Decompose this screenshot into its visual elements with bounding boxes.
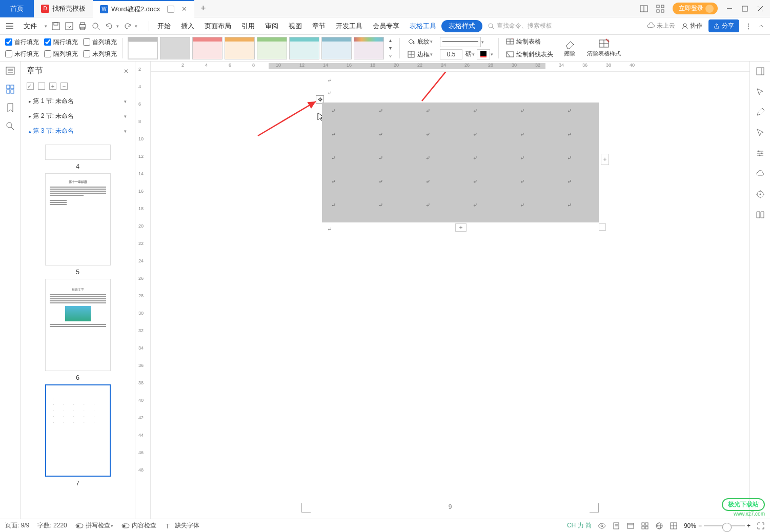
menu-layout[interactable]: 页面布局: [199, 17, 236, 35]
tab-document[interactable]: W Word教程2.docx ✕: [93, 0, 194, 17]
draw-table-button[interactable]: 绘制表格: [504, 36, 555, 47]
view-outline-icon[interactable]: [641, 522, 649, 530]
shading-button[interactable]: 底纹▾: [405, 36, 435, 47]
login-button[interactable]: 立即登录: [673, 3, 718, 14]
content-check-toggle[interactable]: 内容检查: [121, 521, 156, 530]
redo-icon[interactable]: [123, 22, 132, 31]
tab-close-icon[interactable]: ✕: [181, 5, 187, 13]
menu-member[interactable]: 会员专享: [368, 17, 404, 35]
menu-sections[interactable]: 章节: [307, 17, 331, 35]
table-style-5[interactable]: [257, 37, 287, 59]
pointer-icon[interactable]: [756, 128, 765, 137]
thumbnail-6[interactable]: 标题文字: [45, 279, 111, 371]
section-item-1[interactable]: ▸ 第 1 节: 未命名▾: [21, 94, 135, 109]
grid-icon[interactable]: [670, 522, 678, 530]
border-width-input[interactable]: 0.5: [440, 49, 462, 59]
cloud-status[interactable]: 未上云: [647, 22, 675, 30]
find-icon[interactable]: [5, 121, 15, 131]
check-first-col[interactable]: 首列填充: [83, 38, 117, 47]
nav-close-icon[interactable]: ✕: [124, 68, 129, 75]
zoom-control[interactable]: 90% − +: [684, 522, 751, 529]
outline-icon[interactable]: [5, 66, 15, 76]
check-first-row[interactable]: 首行填充: [5, 38, 39, 47]
tab-template[interactable]: D 找稻壳模板: [34, 0, 93, 17]
menu-table-style[interactable]: 表格样式: [441, 20, 482, 32]
share-button[interactable]: 分享: [708, 19, 739, 32]
read-icon[interactable]: [756, 210, 765, 219]
check-banded-col[interactable]: 隔列填充: [44, 50, 78, 58]
table-style-2[interactable]: [160, 37, 190, 59]
thumbnail-5[interactable]: 第十一章标题: [45, 173, 111, 265]
section-item-2[interactable]: ▸ 第 2 节: 未命名▾: [21, 109, 135, 124]
section-item-3[interactable]: ▴ 第 3 节: 未命名▾: [21, 124, 135, 138]
border-line-style[interactable]: ▾: [440, 37, 493, 47]
menu-references[interactable]: 引用: [236, 17, 260, 35]
minimize-icon[interactable]: [726, 5, 733, 12]
tab-home[interactable]: 首页: [0, 0, 34, 17]
print-icon[interactable]: [78, 22, 87, 31]
spellcheck-toggle[interactable]: 拼写检查▾: [75, 521, 113, 530]
view-web-icon[interactable]: [626, 522, 635, 530]
ime-indicator[interactable]: CH 力 简: [567, 521, 592, 530]
menu-start[interactable]: 开始: [152, 17, 176, 35]
table-add-row[interactable]: +: [455, 223, 467, 232]
table-style-6[interactable]: [289, 37, 319, 59]
page-indicator[interactable]: 页面: 9/9: [5, 521, 29, 530]
clear-style-button[interactable]: 清除表格样式: [584, 38, 624, 57]
nav-tool-2[interactable]: [38, 83, 45, 90]
border-color-button[interactable]: [477, 49, 490, 59]
close-icon[interactable]: [757, 5, 764, 12]
expand-pane-icon[interactable]: [756, 67, 765, 76]
nav-tool-1[interactable]: ✓: [27, 83, 34, 90]
more-icon[interactable]: ⋮: [745, 23, 752, 30]
vertical-ruler[interactable]: 2468101214161820222426283032343638404244…: [135, 62, 151, 519]
check-banded-row[interactable]: 隔行填充: [44, 38, 78, 47]
word-count[interactable]: 字数: 2220: [37, 521, 67, 530]
view-page-icon[interactable]: [612, 522, 620, 530]
save-as-icon[interactable]: [65, 22, 74, 31]
table-style-7[interactable]: [321, 37, 352, 59]
missing-font[interactable]: T 缺失字体: [165, 521, 199, 530]
table-style-8[interactable]: [354, 37, 384, 59]
save-icon[interactable]: [51, 22, 60, 31]
view-eye-icon[interactable]: [598, 522, 606, 530]
layout-icon[interactable]: [640, 5, 648, 13]
fullscreen-icon[interactable]: [757, 522, 765, 530]
apps-icon[interactable]: [656, 5, 664, 13]
cloud-pane-icon[interactable]: [756, 169, 765, 178]
globe-icon[interactable]: [655, 522, 663, 530]
menu-icon[interactable]: [5, 22, 14, 31]
zoom-out-icon[interactable]: −: [698, 522, 702, 529]
select-icon[interactable]: [756, 87, 765, 96]
border-button[interactable]: 边框▾: [405, 49, 435, 60]
undo-icon[interactable]: [105, 22, 114, 31]
collab-button[interactable]: 协作: [681, 22, 702, 30]
table-style-1[interactable]: [128, 37, 158, 59]
draw-diagonal-button[interactable]: 绘制斜线表头: [504, 49, 555, 60]
sections-icon[interactable]: [5, 84, 15, 94]
pen-icon[interactable]: [756, 108, 765, 117]
horizontal-ruler[interactable]: 246810121416182022242628303234363840: [151, 62, 749, 72]
page-viewport[interactable]: ⤶ ⤶ ✥ ⤶⤶⤶⤶⤶⤶⤶⤶⤶⤶⤶⤶⤶⤶⤶⤶⤶⤶⤶⤶⤶⤶⤶⤶⤶⤶⤶⤶⤶⤶ + +…: [151, 72, 749, 519]
zoom-in-icon[interactable]: +: [747, 522, 751, 529]
file-menu[interactable]: 文件: [18, 17, 42, 35]
new-tab-button[interactable]: +: [194, 3, 212, 14]
nav-tool-del[interactable]: −: [60, 83, 68, 90]
preview-icon[interactable]: [91, 22, 100, 31]
selected-table[interactable]: ⤶⤶⤶⤶⤶⤶⤶⤶⤶⤶⤶⤶⤶⤶⤶⤶⤶⤶⤶⤶⤶⤶⤶⤶⤶⤶⤶⤶⤶⤶: [322, 103, 599, 222]
menu-view[interactable]: 视图: [283, 17, 307, 35]
collapse-ribbon-icon[interactable]: [758, 23, 765, 30]
settings-icon[interactable]: [756, 149, 765, 158]
table-resize-handle[interactable]: [599, 223, 606, 231]
gallery-more[interactable]: ▴▾▿: [386, 37, 394, 59]
check-last-col[interactable]: 末列填充: [83, 50, 117, 58]
menu-devtools[interactable]: 开发工具: [331, 17, 368, 35]
search-box[interactable]: 查找命令、搜索模板: [488, 22, 552, 30]
table-add-column[interactable]: +: [601, 154, 609, 165]
nav-tool-add[interactable]: +: [49, 83, 56, 90]
menu-review[interactable]: 审阅: [260, 17, 283, 35]
maximize-icon[interactable]: [741, 5, 748, 12]
menu-table-tools[interactable]: 表格工具: [404, 17, 441, 35]
eraser-button[interactable]: 擦除: [560, 38, 579, 57]
table-style-3[interactable]: [192, 37, 222, 59]
